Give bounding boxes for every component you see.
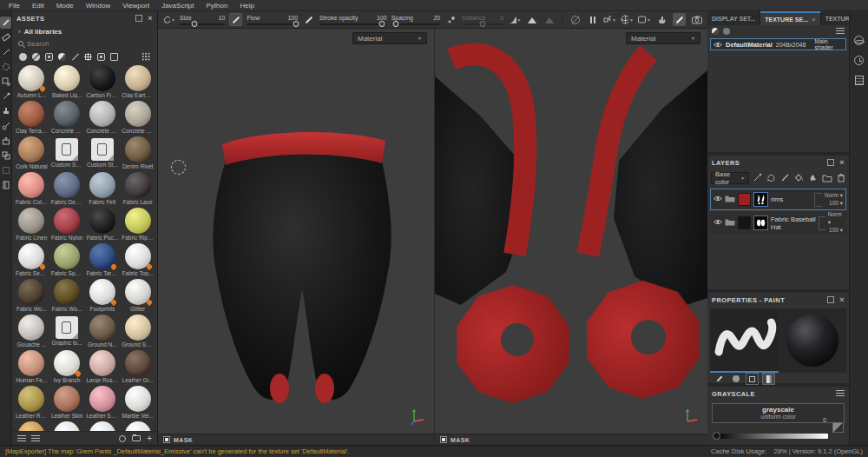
menu-item-window[interactable]: Window [80,2,116,10]
view-mode-dropdown-2d[interactable]: Material▼ [626,32,700,44]
close-icon[interactable]: × [148,15,153,23]
layer-blend-mode[interactable]: Norm ▾ [828,211,843,227]
paint-tool[interactable] [0,17,11,29]
close-icon[interactable]: × [839,159,845,167]
eraser-tool[interactable] [0,31,11,43]
viewport-3d[interactable]: Material▼ [158,29,435,445]
viewport-2d-canvas[interactable]: Material▼ [435,29,707,434]
folder-icon[interactable] [725,195,735,204]
grayscale-menu-icon[interactable] [836,390,845,397]
add-smart-material-icon[interactable] [808,170,818,186]
symmetry-off-icon[interactable] [569,13,582,26]
status-circle-icon[interactable] [119,435,126,442]
asset-partial-41[interactable] [50,421,84,431]
filter-procedurals-icon[interactable] [97,53,105,61]
asset-fabric-seam[interactable]: Fabric Seam [15,243,49,278]
asset-autumn-l[interactable]: Autumn L... [15,65,49,100]
asset-fabric-lace[interactable]: Fabric Lace [121,172,155,207]
add-asset-button[interactable]: + [147,434,152,443]
grayscale-swatch-icon[interactable] [832,422,844,433]
asset-leather-skin[interactable]: Leather Skin [50,386,84,421]
mask-checkbox-icon[interactable] [163,436,170,443]
asset-fabric-tarp[interactable]: Fabric Tarp... [86,243,120,278]
asset-marble-vel[interactable]: Marble Vel... [121,386,155,421]
alignment-icon[interactable] [525,13,538,26]
grayscale-slider-handle[interactable] [713,432,720,440]
brush-preset-icon[interactable] [229,13,242,26]
close-icon[interactable]: × [839,296,845,304]
folder-icon[interactable] [132,435,141,441]
asset-gouache[interactable]: Gouache ... [15,315,49,349]
asset-concrete-a[interactable]: Concrete A... [50,101,84,136]
asset-fabric-cott[interactable]: Fabric Cott... [15,172,49,207]
tab-display-set[interactable]: DISPLAY SET... [707,11,760,25]
quick-mask-tool[interactable] [0,149,11,162]
paint-mode-icon[interactable] [673,13,686,26]
detail-view-icon[interactable] [31,435,40,442]
projection-tool[interactable] [0,46,11,58]
menu-item-edit[interactable]: Edit [26,2,50,10]
history-icon[interactable] [854,56,864,65]
eye-icon[interactable] [713,195,722,203]
asset-fabric-rips[interactable]: Fabric Rips... [121,208,155,242]
list-view-icon[interactable] [17,435,26,442]
plugin-tool[interactable] [0,179,11,191]
asset-footprints[interactable]: Footprints [86,279,120,314]
geometry-icon[interactable]: ▼ [621,13,634,26]
asset-partial-43[interactable] [121,421,155,431]
grid-view-icon[interactable] [141,52,150,61]
alignment-alt-icon[interactable] [542,13,556,26]
mask-checkbox-icon[interactable] [440,436,447,443]
search-input[interactable] [27,40,131,48]
tab-material-icon[interactable] [762,373,775,385]
flow-slider[interactable]: Flow100 [247,15,298,25]
export-tool[interactable] [0,135,11,147]
material-picker-tool[interactable] [0,105,11,117]
inactive-tool[interactable] [0,164,11,176]
view-mode-dropdown-3d[interactable]: Material▼ [352,32,427,44]
texset-visibility-icon[interactable] [723,28,730,35]
asset-concrete-c[interactable]: Concrete C... [121,101,155,136]
asset-fabric-top[interactable]: Fabric Top... [121,243,155,278]
channel-dropdown[interactable]: Base color▼ [711,172,749,184]
smudge-tool[interactable] [0,76,11,88]
brush-stroke-preview[interactable] [710,308,779,373]
library-selector[interactable]: › All libraries [12,25,157,37]
tab-texture-se[interactable]: TEXTURE SE...× [760,11,820,25]
brush-stencil-icon[interactable]: ▼ [162,13,175,26]
asset-ground-sa[interactable]: Ground Sa... [121,315,155,349]
asset-human-fe[interactable]: Human Fe... [15,350,49,385]
snapshot-icon[interactable] [690,13,703,26]
undock-icon[interactable] [827,159,834,166]
asset-baked-lig[interactable]: Baked Lig... [50,65,84,100]
asset-custom-st[interactable]: Custom St... [86,136,120,171]
layer-blend-mode[interactable]: Norm ▾ [825,192,843,200]
asset-fabric-puc[interactable]: Fabric Puc... [86,208,120,242]
undock-icon[interactable] [827,296,834,303]
viewport-2d[interactable]: Material▼ [435,29,707,445]
asset-fabric-linen[interactable]: Fabric Linen [15,208,49,242]
add-folder-icon[interactable] [822,170,832,186]
folder-icon[interactable] [725,218,735,228]
asset-fabric-wo[interactable]: Fabric Wo... [50,279,84,314]
polygon-fill-tool[interactable] [0,61,11,73]
material-preview[interactable] [779,308,847,373]
filter-brushes-icon[interactable] [71,53,79,61]
asset-cork-natural[interactable]: Cork Natural [15,136,49,171]
sort-icon[interactable] [836,28,845,35]
layer-opacity[interactable]: 100 ▾ [829,200,843,208]
brush-tip-icon[interactable] [302,13,315,26]
menu-item-viewport[interactable]: Viewport [116,2,155,10]
instantiate-icon[interactable] [766,170,776,186]
asset-fabric-den[interactable]: Fabric Den... [50,172,84,207]
asset-custom-sp[interactable]: Custom Sp... [50,136,84,171]
clone-tool[interactable] [0,90,11,103]
stamp-tool[interactable] [0,120,11,132]
layer-row-fabric-baseball-hat[interactable]: Fabric Baseball HatNorm ▾100 ▾ [710,212,846,234]
filter-smart-masks-icon[interactable] [45,53,53,61]
layer-opacity[interactable]: 100 ▾ [829,227,843,235]
asset-clay-earthe[interactable]: Clay Earthe... [121,65,155,100]
asset-graphic-to[interactable]: Graphic to... [50,315,84,349]
close-tab-icon[interactable]: × [812,16,816,23]
asset-concrete-c[interactable]: Concrete C... [86,101,120,136]
